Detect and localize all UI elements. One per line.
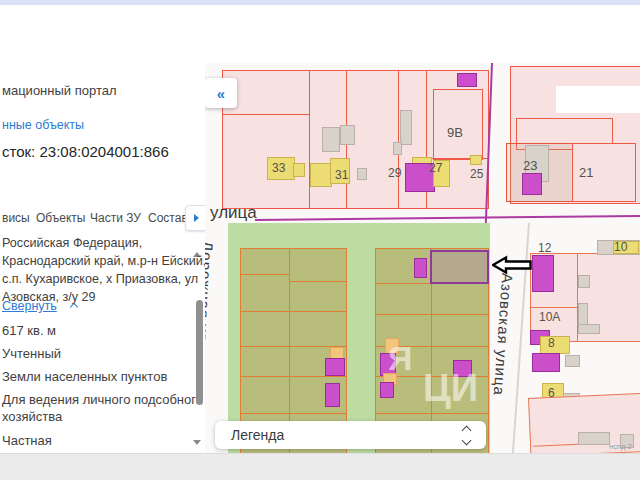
building <box>578 275 590 288</box>
collapse-link[interactable]: Свернуть <box>2 296 77 314</box>
building <box>357 168 367 180</box>
map-area[interactable]: улица <box>205 63 640 453</box>
parcel-label-29: 29 <box>388 166 401 180</box>
street-label-top: улица <box>210 203 257 223</box>
legend-bar[interactable]: Легенда <box>215 421 486 449</box>
building <box>322 127 340 152</box>
grid-line <box>376 314 488 315</box>
grid-line <box>241 274 289 275</box>
grid-line <box>533 444 578 447</box>
address-line: с.п. Кухаривское, х Приазовка, ул <box>2 270 205 288</box>
unmapped-area <box>556 86 640 113</box>
building <box>325 358 345 376</box>
parcel-label-10a: 10А <box>539 310 560 324</box>
tab-services[interactable]: висы <box>2 211 30 225</box>
bottom-strip <box>0 453 640 480</box>
grid-line <box>309 71 310 208</box>
parcel-label-27: 27 <box>429 161 442 175</box>
building <box>400 110 412 145</box>
portal-title: мационный портал <box>2 83 117 98</box>
tabs-scroll-right-button[interactable] <box>185 205 205 231</box>
legend-title: Легенда <box>231 427 463 443</box>
parcel-label-9v: 9В <box>447 125 463 140</box>
permitted-use-line2: хозяйства <box>2 409 62 424</box>
street-centerline <box>255 215 640 221</box>
parcel-label-25: 25 <box>470 167 483 181</box>
parcel-label-23: 23 <box>523 158 537 173</box>
parcel-label-33: 33 <box>272 161 285 175</box>
building <box>578 324 600 334</box>
panel-scrollbar-thumb[interactable] <box>196 300 203 405</box>
building <box>457 73 477 87</box>
building <box>578 432 610 445</box>
land-category-value: Земли населенных пунктов <box>2 369 167 384</box>
parcel-label-31: 31 <box>335 168 348 182</box>
collapse-panel-button[interactable]: « <box>205 78 237 108</box>
status-value: Учтенный <box>2 346 61 361</box>
legend-toggle-icon[interactable] <box>463 427 470 444</box>
parcel-number-title: сток: 23:08:0204001:866 <box>2 143 169 160</box>
building <box>540 336 570 354</box>
building <box>414 258 427 278</box>
watermark-text: ЦИ <box>423 367 478 410</box>
address-line: Краснодарский край, м.р-н Ейский, <box>2 252 205 270</box>
building <box>380 382 394 398</box>
building <box>532 255 554 292</box>
watermark-logo: Я <box>388 339 412 378</box>
selected-parcel-29[interactable] <box>430 250 489 284</box>
street-label-azovskaya: Азовская улица <box>491 273 517 397</box>
left-panel: мационный портал нные объекты сток: 23:0… <box>0 5 205 453</box>
ownership-value: Частная <box>2 433 52 448</box>
tab-composition[interactable]: Состав <box>148 211 188 225</box>
grid-line <box>289 281 346 282</box>
found-objects-link[interactable]: нные объекты <box>2 118 84 132</box>
annotation-arrow-icon <box>492 255 532 275</box>
chevron-up-icon <box>70 303 78 311</box>
tab-objects[interactable]: Объекты <box>36 211 86 225</box>
grid-line <box>241 311 346 312</box>
parcel-label-6: 6 <box>548 386 555 400</box>
chevron-right-icon <box>194 214 199 222</box>
building <box>532 353 560 372</box>
parcel-label-12: 12 <box>538 241 551 255</box>
address-line: Российская Федерация, <box>2 234 205 252</box>
building <box>293 163 305 177</box>
building <box>470 155 482 165</box>
building <box>325 383 340 407</box>
parcel-label-21: 21 <box>579 165 593 180</box>
double-chevron-left-icon: « <box>217 85 225 102</box>
grid-line <box>241 376 346 377</box>
building <box>522 173 542 195</box>
grid-line <box>376 413 488 414</box>
grid-line <box>398 71 399 208</box>
street-label-dorozhnaya: Дорожная улица <box>205 241 216 371</box>
area-value: 617 кв. м <box>2 323 56 338</box>
panel-scroll-down-icon[interactable] <box>193 445 201 453</box>
tab-parcel-parts[interactable]: Части ЗУ <box>90 211 141 225</box>
permitted-use-line1: Для ведения личного подсобного <box>2 392 203 407</box>
parcel-label-10: 10 <box>614 240 627 254</box>
grid-line <box>223 114 309 115</box>
building <box>393 142 402 155</box>
building <box>340 125 355 145</box>
building <box>565 355 580 367</box>
watermark-nspd: нспд 2 <box>609 442 632 451</box>
grid-line <box>241 413 346 414</box>
parcel-label-8: 8 <box>548 336 555 350</box>
building <box>310 163 332 187</box>
